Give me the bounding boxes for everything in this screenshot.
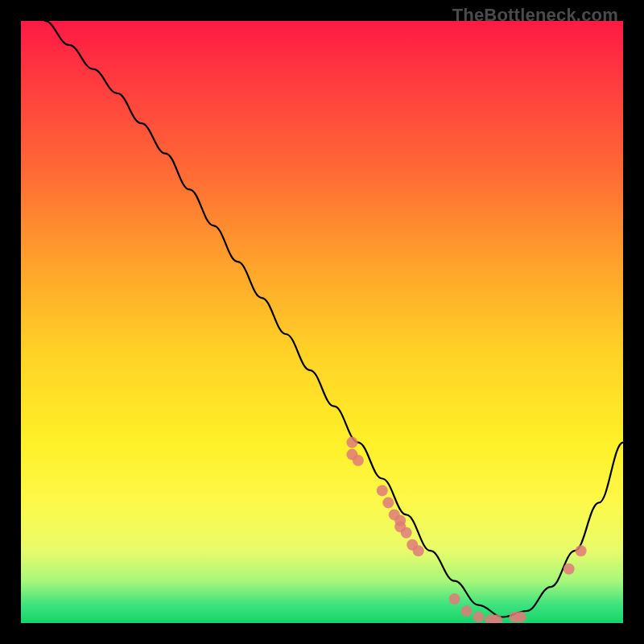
data-point-marker bbox=[401, 527, 412, 539]
data-point-marker bbox=[353, 455, 364, 466]
data-point-marker bbox=[377, 485, 388, 496]
chart-svg bbox=[21, 21, 623, 623]
data-point-marker bbox=[564, 564, 575, 575]
watermark-text: TheBottleneck.com bbox=[452, 5, 618, 26]
data-point-marker bbox=[382, 497, 394, 508]
marker-group bbox=[346, 437, 586, 623]
chart-frame bbox=[21, 21, 623, 623]
data-point-marker bbox=[413, 545, 424, 556]
data-point-marker bbox=[473, 612, 485, 623]
bottleneck-curve-path bbox=[45, 21, 623, 617]
data-point-marker bbox=[461, 605, 473, 617]
data-point-marker bbox=[346, 437, 357, 448]
data-point-marker bbox=[576, 545, 587, 556]
data-point-marker bbox=[515, 612, 526, 623]
data-point-marker bbox=[449, 593, 460, 605]
